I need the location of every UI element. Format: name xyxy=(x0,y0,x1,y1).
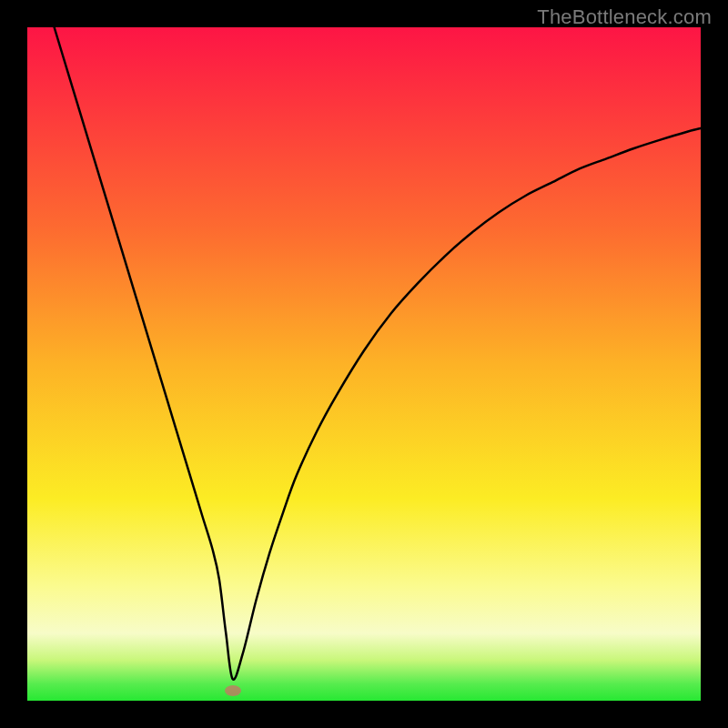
minimum-marker xyxy=(225,685,241,696)
bottleneck-curve xyxy=(55,27,701,680)
chart-container: TheBottleneck.com xyxy=(0,0,728,728)
curve-layer xyxy=(27,27,701,701)
watermark-text: TheBottleneck.com xyxy=(537,5,712,29)
plot-area xyxy=(27,27,701,701)
